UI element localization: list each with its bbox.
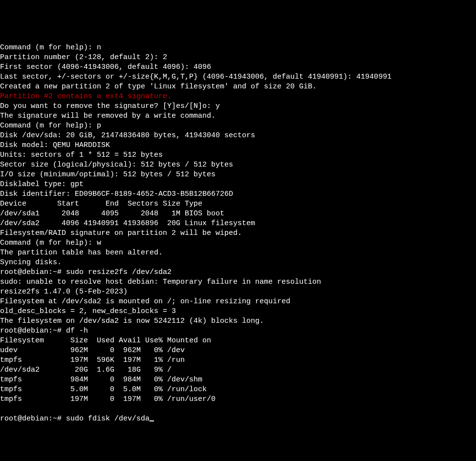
- terminal-line: First sector (4096-41943006, default 409…: [0, 63, 476, 72]
- terminal-line: Units: sectors of 1 * 512 = 512 bytes: [0, 150, 476, 160]
- terminal-line: /dev/sda2 4096 41940991 41936896 20G Lin…: [0, 219, 476, 229]
- terminal-line: Command (m for help): n: [0, 43, 476, 53]
- terminal-line: Filesystem at /dev/sda2 is mounted on /;…: [0, 297, 476, 307]
- terminal-line: Created a new partition 2 of type 'Linux…: [0, 82, 476, 92]
- terminal-line: old_desc_blocks = 2, new_desc_blocks = 3: [0, 307, 476, 316]
- terminal-line: Device Start End Sectors Size Type: [0, 199, 476, 209]
- terminal-line: Sector size (logical/physical): 512 byte…: [0, 160, 476, 170]
- terminal-output: Command (m for help): nPartition number …: [0, 43, 476, 404]
- terminal-prompt-line[interactable]: root@debian:~# sudo fdisk /dev/sda: [0, 414, 476, 424]
- terminal-line: udev 962M 0 962M 0% /dev: [0, 346, 476, 356]
- terminal-line: Disk identifier: ED09B6CF-8189-4652-ACD3…: [0, 189, 476, 199]
- terminal-line: tmpfs 5.0M 0 5.0M 0% /run/lock: [0, 385, 476, 395]
- terminal-line: tmpfs 197M 596K 197M 1% /run: [0, 356, 476, 365]
- terminal-line: The filesystem on /dev/sda2 is now 52421…: [0, 316, 476, 326]
- terminal-line: tmpfs 984M 0 984M 0% /dev/shm: [0, 375, 476, 385]
- terminal-line: Partition number (2-128, default 2): 2: [0, 53, 476, 63]
- terminal-line: Last sector, +/-sectors or +/-size{K,M,G…: [0, 72, 476, 82]
- terminal-line: Filesystem Size Used Avail Use% Mounted …: [0, 336, 476, 346]
- terminal-line: sudo: unable to resolve host debian: Tem…: [0, 277, 476, 287]
- cursor: [150, 420, 154, 421]
- terminal-line: Partition #2 contains a ext4 signature.: [0, 92, 476, 102]
- terminal-line: Filesystem/RAID signature on partition 2…: [0, 229, 476, 238]
- terminal-line: Disk model: QEMU HARDDISK: [0, 141, 476, 150]
- terminal-line: Command (m for help): w: [0, 238, 476, 248]
- terminal-line: Disk /dev/sda: 20 GiB, 21474836480 bytes…: [0, 131, 476, 141]
- terminal-line: The signature will be removed by a write…: [0, 111, 476, 121]
- terminal-line: root@debian:~# df -h: [0, 326, 476, 336]
- terminal-line: /dev/sda1 2048 4095 2048 1M BIOS boot: [0, 209, 476, 219]
- terminal-line: resize2fs 1.47.0 (5-Feb-2023): [0, 287, 476, 297]
- terminal-line: Command (m for help): p: [0, 121, 476, 131]
- terminal-line: /dev/sda2 20G 1.6G 18G 9% /: [0, 365, 476, 375]
- terminal-line: The partition table has been altered.: [0, 248, 476, 258]
- terminal-line: Disklabel type: gpt: [0, 180, 476, 189]
- terminal-line: tmpfs 197M 0 197M 0% /run/user/0: [0, 395, 476, 404]
- prompt-text: root@debian:~# sudo fdisk /dev/sda: [0, 415, 150, 423]
- terminal-line: Do you want to remove the signature? [Y]…: [0, 102, 476, 111]
- terminal-line: I/O size (minimum/optimal): 512 bytes / …: [0, 170, 476, 180]
- terminal-line: Syncing disks.: [0, 258, 476, 268]
- terminal-line: root@debian:~# sudo resize2fs /dev/sda2: [0, 268, 476, 277]
